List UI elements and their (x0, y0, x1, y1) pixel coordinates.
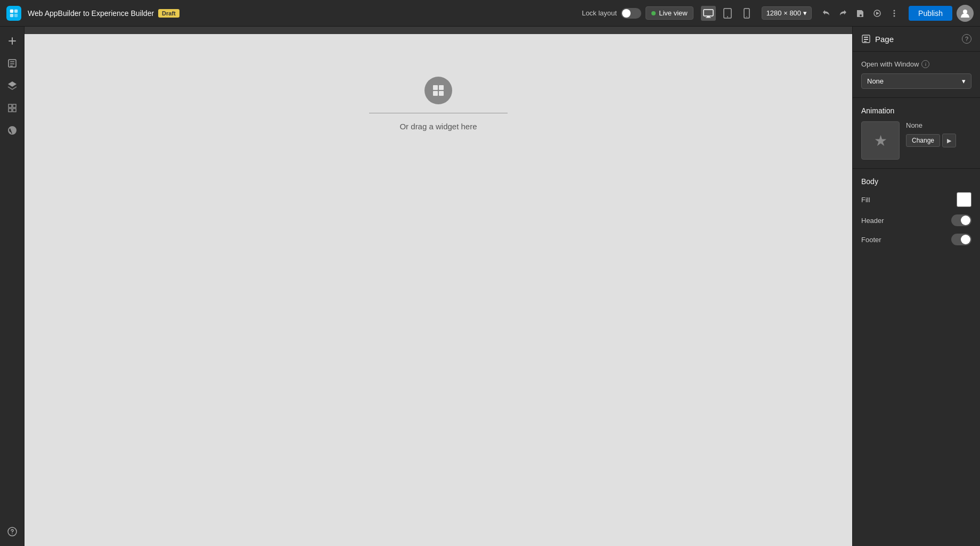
open-with-window-chevron: ▾ (962, 77, 966, 85)
header-toggle[interactable] (951, 214, 971, 226)
animation-play-button[interactable]: ▶ (942, 134, 956, 147)
animation-preview: ★ None Change ▶ (861, 121, 971, 160)
widget-drop-area: Or drag a widget here (369, 77, 508, 131)
main-layout: Or drag a widget here Page ? Open with W… (0, 27, 980, 546)
live-view-button[interactable]: Live view (646, 6, 693, 20)
svg-rect-19 (10, 63, 14, 64)
svg-rect-5 (707, 16, 710, 18)
animation-title: Animation (861, 106, 971, 115)
lock-layout-group: Lock layout (582, 8, 641, 19)
user-avatar[interactable] (957, 5, 974, 22)
mobile-icon[interactable] (739, 6, 754, 21)
body-section: Body Fill Header Footer (853, 169, 980, 254)
preview-button[interactable] (870, 6, 884, 20)
footer-toggle-row: Footer (861, 234, 971, 245)
svg-rect-28 (864, 37, 868, 38)
sidebar-item-pages[interactable] (2, 53, 22, 73)
canvas-top-bar (24, 27, 852, 34)
svg-rect-18 (10, 61, 14, 62)
body-title: Body (861, 177, 971, 186)
lock-layout-toggle[interactable] (621, 8, 641, 19)
svg-rect-4 (704, 10, 713, 16)
publish-button[interactable]: Publish (909, 6, 952, 21)
sidebar-item-layers[interactable] (2, 76, 22, 96)
animation-section: Animation ★ None Change ▶ (853, 98, 980, 169)
app-logo (6, 6, 21, 21)
svg-rect-29 (864, 39, 868, 40)
sidebar-item-theme[interactable] (2, 120, 22, 140)
fill-color-swatch[interactable] (957, 192, 971, 207)
animation-controls: Change ▶ (906, 134, 956, 147)
svg-rect-2 (10, 13, 13, 16)
svg-rect-0 (10, 9, 13, 12)
open-with-window-value: None (867, 77, 884, 85)
svg-point-13 (894, 10, 895, 11)
left-sidebar (0, 27, 24, 546)
svg-rect-26 (439, 91, 444, 96)
resolution-button[interactable]: 1280 × 800 ▾ (762, 6, 812, 20)
header-toggle-row: Header (861, 214, 971, 226)
open-with-window-section: Open with Window i None ▾ (853, 52, 980, 98)
device-icons (701, 6, 754, 21)
page-panel-icon (861, 34, 871, 44)
drop-text: Or drag a widget here (399, 122, 477, 131)
svg-marker-12 (876, 12, 879, 15)
svg-point-8 (727, 16, 728, 17)
undo-button[interactable] (819, 6, 833, 20)
fill-label: Fill (861, 196, 870, 204)
animation-name: None (906, 121, 956, 129)
resolution-chevron: ▾ (803, 9, 807, 17)
canvas-content[interactable]: Or drag a widget here (24, 34, 852, 546)
open-with-window-select[interactable]: None ▾ (861, 73, 971, 89)
app-title: Web AppBuilder to Experience Builder (28, 9, 154, 18)
svg-rect-25 (433, 91, 438, 96)
drop-divider (369, 113, 508, 113)
right-panel-title: Page (861, 34, 894, 44)
open-with-window-row: Open with Window i (861, 60, 971, 68)
header-label: Header (861, 217, 884, 225)
draft-badge: Draft (158, 9, 179, 18)
svg-rect-20 (10, 65, 13, 67)
save-button[interactable] (853, 6, 867, 20)
fill-row: Fill (861, 192, 971, 207)
topbar: Web AppBuilder to Experience Builder Dra… (0, 0, 980, 27)
svg-rect-1 (14, 9, 18, 12)
canvas-area[interactable]: Or drag a widget here (24, 27, 852, 546)
tablet-icon[interactable] (720, 6, 735, 21)
open-with-window-label: Open with Window i (861, 60, 929, 68)
page-panel-title: Page (875, 35, 894, 44)
right-panel-header: Page ? (853, 27, 980, 52)
svg-point-10 (746, 16, 747, 17)
widget-grid-icon (424, 77, 452, 104)
panel-help-icon[interactable]: ? (962, 34, 971, 44)
redo-button[interactable] (836, 6, 850, 20)
lock-layout-label: Lock layout (582, 9, 617, 17)
animation-change-button[interactable]: Change (906, 134, 940, 147)
star-icon: ★ (874, 132, 887, 150)
footer-toggle[interactable] (951, 234, 971, 245)
resolution-label: 1280 × 800 (766, 9, 801, 17)
live-view-label: Live view (659, 9, 687, 17)
footer-label: Footer (861, 236, 881, 244)
svg-rect-6 (706, 17, 711, 18)
svg-rect-23 (433, 85, 438, 90)
svg-point-15 (894, 15, 895, 16)
svg-rect-24 (439, 85, 444, 90)
svg-rect-3 (14, 13, 18, 16)
animation-info: None Change ▶ (906, 121, 956, 147)
topbar-actions (819, 6, 901, 20)
sidebar-item-widgets[interactable] (2, 98, 22, 118)
svg-point-16 (963, 10, 967, 14)
sidebar-item-add[interactable] (2, 31, 22, 51)
svg-point-22 (12, 533, 13, 534)
live-view-dot (651, 11, 656, 15)
more-button[interactable] (887, 6, 901, 20)
animation-thumbnail: ★ (861, 121, 900, 160)
sidebar-item-help[interactable] (2, 522, 22, 542)
desktop-icon[interactable] (701, 6, 716, 21)
right-panel: Page ? Open with Window i None ▾ Animati… (852, 27, 980, 546)
sidebar-bottom (2, 522, 22, 542)
svg-point-14 (894, 12, 895, 14)
svg-rect-30 (864, 41, 867, 42)
open-with-window-info[interactable]: i (921, 60, 929, 68)
